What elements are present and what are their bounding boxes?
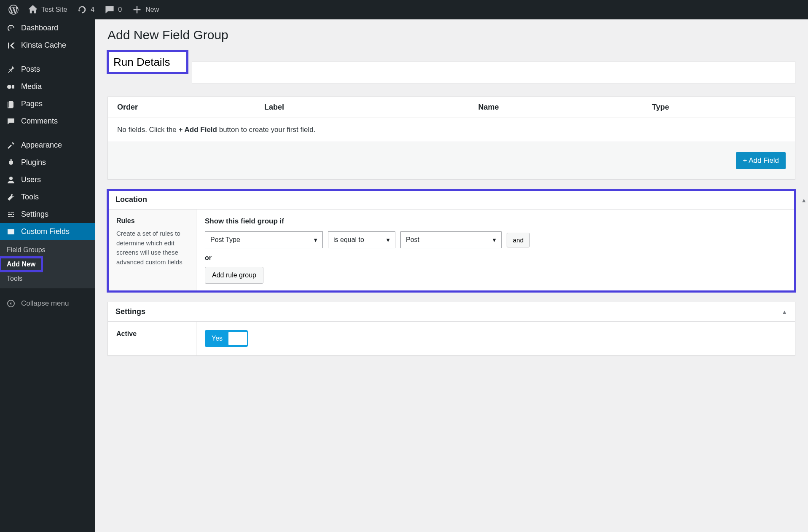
location-heading: Location (115, 195, 147, 204)
sidebar-item-label: Media (21, 82, 42, 91)
and-button[interactable]: and (507, 233, 530, 247)
sidebar-item-users[interactable]: Users (0, 171, 95, 188)
sidebar-item-label: Custom Fields (21, 227, 70, 236)
comment-icon (105, 5, 115, 15)
location-toggle[interactable]: ▲ (801, 197, 807, 204)
new-label: New (145, 6, 159, 13)
plugins-icon (5, 159, 17, 167)
rule-operator-select[interactable]: is equal to (328, 231, 395, 248)
users-icon (5, 176, 17, 184)
content-area: Add New Field Group Order Label Name Typ… (95, 19, 808, 532)
settings-icon (5, 210, 17, 219)
pages-icon (5, 100, 17, 108)
sidebar-item-pages[interactable]: Pages (0, 95, 95, 113)
location-body: Rules Create a set of rules to determine… (108, 210, 795, 291)
field-group-title-input-ext[interactable] (192, 61, 795, 84)
sidebar-item-appearance[interactable]: Appearance (0, 137, 95, 154)
sidebar-item-label: Users (21, 175, 41, 184)
sidebar-item-kinsta-cache[interactable]: Kinsta Cache (0, 37, 95, 54)
settings-header: Settings ▲ (108, 302, 795, 322)
sidebar-item-label: Pages (21, 99, 43, 108)
fields-postbox: Order Label Name Type No fields. Click t… (107, 97, 795, 180)
site-name-link[interactable]: Test Site (23, 0, 72, 19)
sidebar-item-label: Settings (21, 210, 48, 219)
sidebar-item-posts[interactable]: Posts (0, 61, 95, 78)
custom-fields-icon (5, 228, 17, 236)
sidebar-item-custom-fields[interactable]: Custom Fields (0, 223, 95, 240)
comments-count: 0 (118, 6, 122, 13)
tools-icon (5, 193, 17, 202)
add-field-button[interactable]: + Add Field (736, 152, 786, 169)
settings-toggle[interactable]: ▲ (781, 309, 787, 315)
sidebar-item-label: Comments (21, 117, 58, 126)
empty-prefix: No fields. Click the (117, 126, 179, 134)
sidebar-item-label: Dashboard (21, 24, 58, 32)
sidebar-item-plugins[interactable]: Plugins (0, 154, 95, 171)
admin-bar: Test Site 4 0 New (0, 0, 808, 19)
sidebar-item-comments[interactable]: Comments (0, 113, 95, 130)
col-order: Order (117, 103, 264, 112)
update-icon (77, 5, 87, 15)
pin-icon (5, 65, 17, 74)
collapse-icon (5, 299, 17, 308)
rule-param-value: Post Type (210, 236, 240, 244)
svg-point-1 (9, 177, 13, 180)
rule-value-select[interactable]: Post (400, 231, 502, 248)
new-content-link[interactable]: New (127, 0, 164, 19)
settings-heading: Settings (115, 307, 145, 316)
col-name: Name (478, 103, 652, 112)
custom-fields-submenu: Field Groups Add New Tools (0, 240, 95, 288)
rule-param-select[interactable]: Post Type (205, 231, 323, 248)
toggle-knob (228, 332, 247, 345)
comments-link[interactable]: 0 (99, 0, 127, 19)
add-rule-group-button[interactable]: Add rule group (205, 267, 263, 284)
rules-description: Create a set of rules to determine which… (116, 229, 188, 267)
rules-title: Rules (116, 217, 188, 225)
media-icon (5, 83, 17, 91)
sidebar-item-dashboard[interactable]: Dashboard (0, 19, 95, 37)
wp-logo[interactable] (4, 0, 23, 19)
admin-sidebar: Dashboard Kinsta Cache Posts Media Pages… (0, 19, 95, 532)
sidebar-item-label: Tools (21, 193, 39, 202)
page-title: Add New Field Group (107, 28, 795, 42)
svg-point-0 (7, 85, 11, 89)
field-group-title-input[interactable] (107, 51, 188, 73)
updates-link[interactable]: 4 (72, 0, 99, 19)
col-type: Type (652, 103, 786, 112)
active-toggle[interactable]: Yes (205, 330, 248, 347)
collapse-label: Collapse menu (21, 299, 69, 308)
or-label: or (205, 254, 787, 262)
rule-operator-value: is equal to (333, 236, 364, 244)
sidebar-item-settings[interactable]: Settings (0, 206, 95, 223)
sidebar-item-label: Appearance (21, 141, 62, 150)
active-label: Active (108, 322, 196, 355)
wordpress-icon (8, 5, 19, 15)
location-rules-content: Show this field group if Post Type is eq… (196, 210, 795, 291)
sidebar-item-tools[interactable]: Tools (0, 188, 95, 206)
sidebar-item-label: Posts (21, 65, 40, 74)
sidebar-item-label: Plugins (21, 158, 46, 167)
comments-icon (5, 117, 17, 126)
empty-bold: + Add Field (179, 126, 217, 134)
sidebar-item-media[interactable]: Media (0, 78, 95, 95)
site-name-label: Test Site (41, 6, 67, 13)
dashboard-icon (5, 24, 17, 32)
show-if-label: Show this field group if (205, 217, 787, 226)
updates-count: 4 (91, 6, 94, 13)
home-icon (28, 5, 38, 15)
plus-icon (132, 5, 142, 15)
fields-footer: + Add Field (108, 142, 795, 179)
active-toggle-label: Yes (212, 335, 223, 342)
submenu-field-groups[interactable]: Field Groups (0, 243, 95, 257)
sidebar-item-label: Kinsta Cache (21, 41, 66, 50)
location-header: Location (108, 190, 795, 210)
collapse-menu[interactable]: Collapse menu (0, 295, 95, 312)
no-fields-message: No fields. Click the + Add Field button … (108, 118, 795, 142)
submenu-tools[interactable]: Tools (0, 271, 95, 286)
rule-row: Post Type is equal to Post and (205, 231, 787, 248)
submenu-add-new[interactable]: Add New (0, 257, 42, 271)
empty-suffix: button to create your first field. (217, 126, 315, 134)
settings-postbox: Settings ▲ Active Yes (107, 302, 795, 356)
fields-header-row: Order Label Name Type (108, 97, 795, 118)
appearance-icon (5, 141, 17, 150)
